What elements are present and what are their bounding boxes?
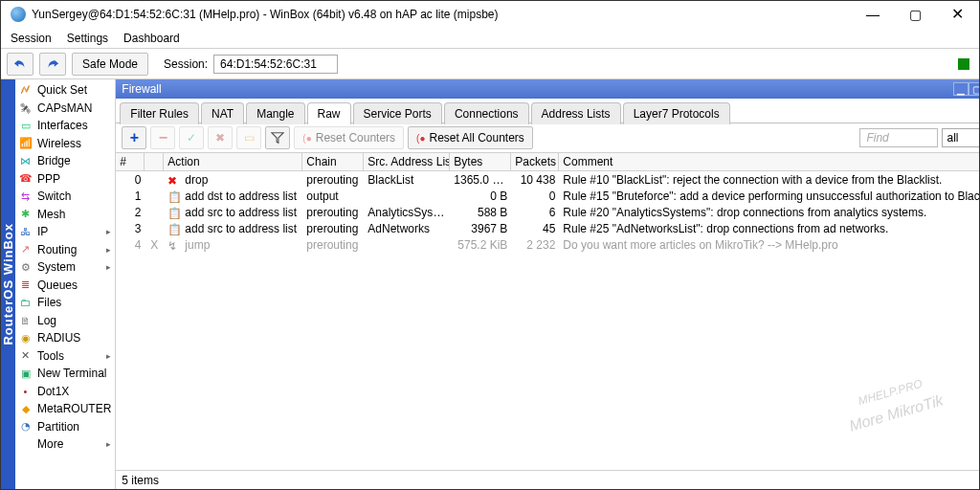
- sidebar-item-quick-set[interactable]: 🗲Quick Set: [15, 81, 115, 100]
- undo-button[interactable]: [7, 53, 33, 76]
- sidebar-item-label: Log: [37, 314, 111, 327]
- sidebar-item-bridge[interactable]: ⋈Bridge: [15, 152, 115, 170]
- sidebar-item-tools[interactable]: ✕Tools▸: [15, 347, 115, 366]
- sidebar-item-switch[interactable]: ⇆Switch: [15, 188, 115, 206]
- chevron-right-icon: ▸: [106, 227, 111, 236]
- column-header[interactable]: #: [116, 153, 145, 170]
- column-header[interactable]: Comment: [559, 153, 980, 170]
- column-header[interactable]: Packets: [511, 153, 559, 170]
- tab-filter-rules[interactable]: Filter Rules: [120, 102, 199, 124]
- sidebar-item-routing[interactable]: ↗Routing▸: [15, 241, 115, 259]
- sidebar-icon: 🗲: [18, 83, 33, 98]
- disable-button[interactable]: ✖: [208, 126, 233, 149]
- sidebar-item-log[interactable]: 🗎Log: [15, 312, 115, 330]
- table-row[interactable]: 0✖droppreroutingBlackList1365.0 KiB10 43…: [116, 171, 980, 188]
- table-row[interactable]: 4X↯jumpprerouting575.2 KiB2 232Do you wa…: [116, 236, 980, 253]
- safe-mode-button[interactable]: Safe Mode: [72, 53, 148, 76]
- sidebar-item-interfaces[interactable]: ▭Interfaces: [15, 117, 115, 135]
- table-row[interactable]: 1📋add dst to address listoutput0 B0Rule …: [116, 188, 980, 204]
- sidebar-item-label: New Terminal: [37, 367, 111, 380]
- vertical-title-bar: RouterOS WinBox: [1, 79, 15, 489]
- table-row[interactable]: 2📋add src to address listpreroutingAnaly…: [116, 204, 980, 220]
- tab-mangle[interactable]: Mangle: [246, 102, 304, 124]
- sidebar-item-ppp[interactable]: ☎PPP: [15, 170, 115, 189]
- sidebar-icon: [18, 437, 33, 452]
- menubar: SessionSettingsDashboard: [1, 28, 979, 49]
- sidebar-item-label: More: [37, 437, 101, 451]
- sidebar-icon: ✕: [18, 348, 33, 363]
- redo-button[interactable]: [39, 53, 66, 76]
- tab-layer7-protocols[interactable]: Layer7 Protocols: [623, 102, 730, 124]
- sidebar-icon: •: [18, 384, 33, 398]
- panel-maximize-button[interactable]: ▢: [969, 82, 980, 96]
- sidebar-item-metarouter[interactable]: ◆MetaROUTER: [15, 400, 115, 418]
- table-row[interactable]: 3📋add src to address listpreroutingAdNet…: [116, 220, 980, 236]
- comment-button[interactable]: ▭: [236, 126, 261, 149]
- remove-button[interactable]: −: [150, 126, 175, 149]
- tab-address-lists[interactable]: Address Lists: [531, 102, 621, 124]
- sidebar-icon: ⚙: [18, 260, 33, 275]
- maximize-button[interactable]: ▢: [904, 8, 925, 21]
- menu-settings[interactable]: Settings: [67, 32, 108, 45]
- tab-nat[interactable]: NAT: [201, 102, 244, 124]
- tab-raw[interactable]: Raw: [307, 102, 351, 124]
- session-value[interactable]: 64:D1:54:52:6C:31: [213, 55, 338, 74]
- panel-header: Firewall ▁ ▢ ✕: [116, 79, 980, 99]
- sidebar-icon: 📶: [18, 136, 33, 150]
- window-title: YunSergey@64:D1:54:52:6C:31 (MHelp.pro) …: [32, 8, 862, 21]
- grid-body: 0✖droppreroutingBlackList1365.0 KiB10 43…: [116, 171, 980, 253]
- sidebar-item-queues[interactable]: ≣Queues: [15, 277, 115, 295]
- sidebar-icon: ▭: [18, 119, 33, 133]
- sidebar-item-new-terminal[interactable]: ▣New Terminal: [15, 365, 115, 383]
- minimize-button[interactable]: —: [862, 8, 883, 21]
- sidebar-item-capsman[interactable]: 🛰CAPsMAN: [15, 100, 115, 118]
- session-label: Session:: [164, 57, 208, 71]
- panel-minimize-button[interactable]: ▁: [953, 82, 969, 96]
- add-button[interactable]: +: [122, 126, 146, 149]
- sidebar-item-mesh[interactable]: ✱Mesh: [15, 206, 115, 224]
- sidebar-item-radius[interactable]: ◉RADIUS: [15, 329, 115, 347]
- sidebar-item-partition[interactable]: ◔Partition: [15, 418, 115, 436]
- sidebar-item-dot1x[interactable]: •Dot1X: [15, 383, 115, 401]
- tab-service-ports[interactable]: Service Ports: [353, 102, 442, 124]
- column-header[interactable]: Action: [164, 153, 302, 170]
- menu-dashboard[interactable]: Dashboard: [123, 32, 180, 45]
- find-input[interactable]: Find: [859, 128, 938, 147]
- sidebar-item-label: Wireless: [37, 137, 111, 150]
- sidebar-item-label: Partition: [37, 420, 111, 434]
- status-footer: 5 items: [116, 470, 980, 489]
- filter-all-select[interactable]: all▼: [942, 128, 980, 147]
- sidebar-item-wireless[interactable]: 📶Wireless: [15, 135, 115, 153]
- menu-session[interactable]: Session: [11, 32, 52, 45]
- reset-counters-button[interactable]: (●Reset Counters: [294, 126, 404, 149]
- tabs: Filter RulesNATMangleRawService PortsCon…: [116, 99, 980, 123]
- column-header[interactable]: Src. Address List: [364, 153, 450, 170]
- status-indicator: [958, 58, 969, 70]
- sidebar-item-ip[interactable]: 🖧IP▸: [15, 223, 115, 241]
- main-toolbar: Safe Mode Session: 64:D1:54:52:6C:31: [1, 49, 979, 79]
- filter-button[interactable]: [265, 126, 290, 149]
- grid-header: #ActionChainSrc. Address ListBytesPacket…: [116, 152, 980, 171]
- sidebar-item-files[interactable]: 🗀Files: [15, 294, 115, 312]
- titlebar: YunSergey@64:D1:54:52:6C:31 (MHelp.pro) …: [1, 1, 979, 28]
- sidebar-icon: ◉: [18, 331, 33, 345]
- sidebar-item-label: MetaROUTER: [37, 402, 111, 415]
- enable-button[interactable]: ✓: [179, 126, 204, 149]
- sidebar-item-label: Bridge: [37, 154, 111, 167]
- sidebar-icon: 🖧: [18, 225, 33, 239]
- sidebar-icon: 🗀: [18, 296, 33, 310]
- tab-connections[interactable]: Connections: [444, 102, 529, 124]
- close-button[interactable]: ✕: [947, 8, 968, 21]
- sidebar-icon: ⇆: [18, 189, 33, 204]
- sidebar-item-label: System: [37, 260, 101, 274]
- column-header[interactable]: Bytes: [450, 153, 511, 170]
- sidebar-item-system[interactable]: ⚙System▸: [15, 258, 115, 277]
- sidebar-item-label: Mesh: [37, 208, 111, 221]
- reset-all-counters-button[interactable]: (●Reset All Counters: [408, 126, 533, 149]
- sidebar-item-more[interactable]: More▸: [15, 435, 115, 454]
- sidebar-icon: ☎: [18, 171, 33, 186]
- column-header[interactable]: Chain: [302, 153, 364, 170]
- sidebar-item-label: Quick Set: [37, 83, 111, 97]
- app-icon: [11, 7, 26, 22]
- column-header[interactable]: [145, 153, 164, 170]
